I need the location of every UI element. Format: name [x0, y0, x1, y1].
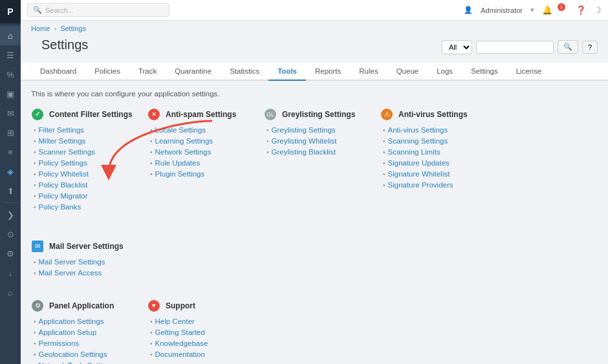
link-policy-banks[interactable]: Policy Banks: [39, 203, 81, 211]
notification-icon[interactable]: 🔔: [542, 5, 552, 15]
support-links: Help Center Getting Started Knowledgebas…: [147, 317, 251, 359]
link-permissions[interactable]: Permissions: [39, 339, 80, 347]
sidebar: P ⌂ ☰ % ▣ ✉ ⊞ ≡ ◈ ⬆ ❯ ⊙ ⚙ ↓ ⌕: [0, 0, 21, 364]
link-signature-providers[interactable]: Signature Providers: [388, 181, 453, 189]
sidebar-item-search[interactable]: ⌕: [0, 283, 21, 302]
section-title-mail-server: Mail Server Settings: [49, 242, 124, 251]
link-network-settings[interactable]: Network Settings: [155, 148, 212, 156]
tab-statistics[interactable]: Statistics: [221, 63, 268, 81]
sidebar-item-chart[interactable]: ⊙: [0, 224, 21, 244]
link-application-settings[interactable]: Application Settings: [39, 317, 104, 325]
tab-license[interactable]: License: [507, 63, 551, 81]
sidebar-item-menu[interactable]: ☰: [0, 45, 21, 65]
list-item: Signature Whitelist: [383, 170, 484, 179]
user-icon: 👤: [464, 6, 473, 14]
user-label[interactable]: Administrator: [481, 6, 523, 14]
link-knowledgebase[interactable]: Knowledgebase: [155, 339, 208, 347]
breadcrumb-current[interactable]: Settings: [60, 25, 86, 32]
antispam-icon: ✕: [147, 108, 160, 121]
list-item: Help Center: [150, 317, 251, 327]
tab-reports[interactable]: Reports: [306, 63, 350, 81]
filter-help-button[interactable]: ?: [582, 41, 598, 54]
tab-rules[interactable]: Rules: [350, 63, 387, 81]
link-antivirus-settings[interactable]: Anti-virus Settings: [388, 126, 448, 134]
sidebar-item-grid[interactable]: ⊞: [0, 123, 21, 142]
link-locale-settings[interactable]: Locale Settings: [155, 126, 206, 134]
page-title: Settings: [31, 36, 98, 58]
sidebar-item-expand[interactable]: ❯: [0, 205, 21, 224]
breadcrumb-separator: ›: [54, 25, 56, 32]
link-policy-settings[interactable]: Policy Settings: [39, 159, 87, 167]
link-mail-server-access[interactable]: Mail Server Access: [39, 269, 102, 277]
mail-server-links: Mail Server Settings Mail Server Access: [31, 258, 135, 278]
tabs: Dashboard Policies Track Quarantine Stat…: [21, 63, 608, 81]
tab-logs[interactable]: Logs: [428, 63, 462, 81]
list-item: Signature Updates: [383, 159, 484, 168]
link-filter-settings[interactable]: Filter Settings: [39, 126, 84, 134]
section-header-panel: ⚙ Panel Application: [31, 299, 135, 312]
tab-track[interactable]: Track: [129, 63, 166, 81]
content-filter-links: Filter Settings Milter Settings Scanner …: [31, 126, 135, 212]
link-scanner-settings[interactable]: Scanner Settings: [39, 148, 96, 156]
settings-description: This is where you can configure your app…: [31, 90, 598, 98]
chevron-down-icon: ▾: [530, 6, 534, 14]
tab-policies[interactable]: Policies: [85, 63, 129, 81]
link-getting-started[interactable]: Getting Started: [155, 328, 205, 336]
list-item: Mail Server Settings: [34, 258, 135, 267]
sidebar-item-gear[interactable]: ⚙: [0, 244, 21, 263]
link-greylisting-settings[interactable]: Greylisting Settings: [272, 126, 336, 134]
link-mail-server-settings[interactable]: Mail Server Settings: [39, 258, 105, 266]
anti-spam-links: Locale Settings Learning Settings Networ…: [147, 126, 251, 179]
list-item: Plugin Settings: [150, 170, 251, 179]
global-search[interactable]: 🔍 Search...: [27, 3, 169, 17]
list-item: Policy Whitelist: [34, 170, 135, 179]
moon-icon[interactable]: ☽: [594, 5, 602, 15]
section-title-support: Support: [166, 301, 195, 310]
sidebar-item-list[interactable]: ≡: [0, 142, 21, 162]
tab-queue[interactable]: Queue: [387, 63, 428, 81]
link-application-setup[interactable]: Application Setup: [39, 328, 97, 336]
section-header-content-filter: ✓ Content Filter Settings: [31, 108, 135, 121]
sidebar-item-home[interactable]: ⌂: [0, 26, 21, 45]
greylisting-links: Greylisting Settings Greylisting Whiteli…: [264, 126, 367, 157]
link-policy-migrator[interactable]: Policy Migrator: [39, 192, 88, 200]
sidebar-item-down[interactable]: ↓: [0, 263, 21, 283]
link-help-center[interactable]: Help Center: [155, 317, 195, 325]
sidebar-item-shield[interactable]: ◈: [0, 162, 21, 181]
tab-settings[interactable]: Settings: [462, 63, 507, 81]
link-scanning-limits[interactable]: Scanning Limits: [388, 148, 440, 156]
section-mail-server: ✉ Mail Server Settings Mail Server Setti…: [31, 240, 135, 280]
sidebar-item-box[interactable]: ▣: [0, 84, 21, 103]
link-greylisting-whitelist[interactable]: Greylisting Whitelist: [272, 137, 337, 145]
link-scanning-settings[interactable]: Scanning Settings: [388, 137, 448, 145]
link-learning-settings[interactable]: Learning Settings: [155, 137, 213, 145]
list-item: Application Setup: [34, 328, 135, 337]
link-policy-blacklist[interactable]: Policy Blacklist: [39, 181, 88, 189]
link-plugin-settings[interactable]: Plugin Settings: [155, 170, 205, 178]
link-rule-updates[interactable]: Rule Updates: [155, 159, 201, 167]
link-signature-whitelist[interactable]: Signature Whitelist: [388, 170, 450, 178]
tab-tools[interactable]: Tools: [268, 63, 306, 81]
section-header-support: ♥ Support: [147, 299, 251, 312]
tab-quarantine[interactable]: Quarantine: [166, 63, 221, 81]
link-geolocation-settings[interactable]: Geolocation Settings: [39, 350, 107, 358]
link-network-tools-settings[interactable]: Network Tools Settings: [39, 361, 114, 364]
link-greylisting-blacklist[interactable]: Greylisting Blacklist: [272, 148, 336, 156]
sidebar-item-up[interactable]: ⬆: [0, 181, 21, 200]
help-icon[interactable]: ❓: [576, 5, 586, 15]
filter-icon: ✓: [31, 108, 44, 121]
link-documentation[interactable]: Documentation: [155, 350, 205, 358]
link-signature-updates[interactable]: Signature Updates: [388, 159, 450, 167]
filter-search-button[interactable]: 🔍: [558, 40, 578, 54]
filter-dropdown[interactable]: All: [442, 40, 472, 54]
tab-dashboard[interactable]: Dashboard: [31, 63, 85, 81]
link-policy-whitelist[interactable]: Policy Whitelist: [39, 170, 89, 178]
section-greylisting: GL Greylisting Settings Greylisting Sett…: [264, 108, 367, 214]
link-milter-settings[interactable]: Milter Settings: [39, 137, 86, 145]
list-item: Network Tools Settings: [34, 361, 135, 364]
filter-search[interactable]: [476, 41, 554, 54]
sidebar-item-percent[interactable]: %: [0, 65, 21, 84]
sidebar-item-mail[interactable]: ✉: [0, 103, 21, 123]
breadcrumb-home[interactable]: Home: [31, 25, 50, 32]
greylisting-icon: GL: [264, 108, 277, 121]
